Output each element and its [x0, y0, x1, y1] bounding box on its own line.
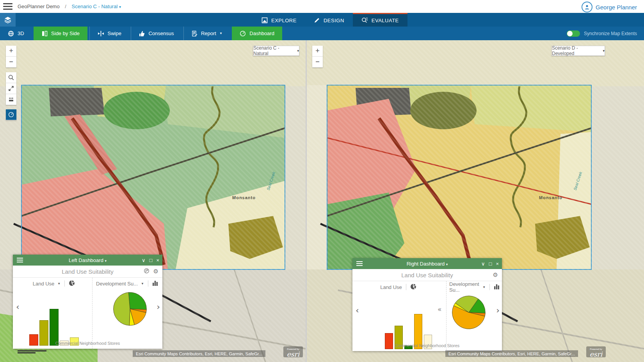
place-label: Monsanto [232, 195, 256, 200]
sync-extents-toggle[interactable] [567, 30, 580, 37]
visibility-off-icon[interactable] [144, 268, 149, 275]
left-dashboard-title[interactable]: Left Dashboard [69, 257, 103, 263]
globe-3d-icon [8, 30, 14, 37]
dropdown-caret-icon[interactable]: ▼ [57, 282, 60, 285]
layers-icon[interactable] [0, 13, 16, 27]
panel-divider [92, 278, 93, 349]
tab-evaluate[interactable]: EVALUATE [353, 13, 407, 27]
close-icon[interactable]: × [496, 261, 499, 267]
dashboard-tool-icon[interactable] [6, 109, 16, 120]
map-area: Monsanto Seal Creek + − Sce [0, 40, 644, 362]
chart2-selector-row: Development Su... ▼ [449, 283, 500, 291]
chart2-selector[interactable]: Development Su... [96, 281, 138, 287]
dashboard-subtitle: Land Use Suitability [62, 268, 114, 275]
caret-down-icon: ▾ [603, 49, 605, 53]
dashboard-tool [6, 109, 16, 120]
side-by-side-button[interactable]: Side by Side [34, 27, 87, 40]
search-icon[interactable] [6, 72, 16, 83]
zoom-controls: + − [312, 46, 323, 68]
scenario-breadcrumb-link[interactable]: Scenario C - Natural ▾ [72, 4, 121, 9]
chart1-selector[interactable]: Land Use [380, 284, 402, 290]
carousel-right-icon[interactable]: › [157, 302, 160, 312]
sync-extents-label: Synchronize Map Extents [584, 31, 637, 36]
caret-down-icon: ▾ [105, 259, 107, 263]
esri-logo: Powered by esri [283, 346, 303, 357]
dropdown-caret-icon[interactable]: ▼ [141, 282, 144, 285]
extent-expand-icon[interactable] [6, 83, 16, 94]
maximize-icon[interactable]: □ [489, 261, 492, 267]
dashboard-subtitle: Land Use Suitability [401, 272, 453, 278]
explore-icon [262, 17, 268, 23]
development-pie-chart [112, 291, 148, 327]
mode-tabs: EXPLORE DESIGN EVALUATE [253, 13, 407, 27]
dashboard-gauge-icon [240, 30, 246, 37]
right-dashboard-header[interactable]: Right Dashboard ▾ ∨ □ × [352, 258, 502, 269]
gear-icon[interactable]: ⚙ [493, 271, 498, 278]
tab-design[interactable]: DESIGN [305, 13, 353, 27]
user-menu[interactable]: George Planner [582, 2, 637, 12]
dashboard-menu-icon[interactable] [17, 257, 23, 264]
consensus-hand-icon [139, 30, 145, 37]
3d-button[interactable]: 3D [0, 27, 32, 40]
zoom-in-button[interactable]: + [312, 46, 323, 57]
breadcrumb: GeoPlanner Demo / Scenario C - Natural ▾ [18, 4, 121, 9]
dropdown-caret-icon[interactable]: ▼ [482, 285, 486, 289]
panel-divider [446, 281, 447, 352]
collapse-panel-icon[interactable]: « [438, 305, 441, 313]
dashboard-footer-label: Commercial Neighborhood Stores [352, 343, 502, 348]
close-icon[interactable]: × [156, 257, 159, 263]
swipe-button[interactable]: Swipe [89, 27, 129, 40]
esri-logo: Powered by esri [586, 346, 606, 357]
carousel-left-icon[interactable]: ‹ [16, 302, 20, 312]
tab-explore[interactable]: EXPLORE [253, 13, 305, 27]
menu-icon[interactable] [3, 3, 12, 10]
bar-chart-icon[interactable] [152, 280, 158, 287]
development-pie-chart [451, 294, 487, 330]
globe-chart-icon[interactable] [69, 280, 75, 287]
evaluate-toolbar: 3D Side by Side Swipe Consensus Report ▼ [0, 27, 644, 40]
dashboard-menu-icon[interactable] [356, 260, 363, 267]
chart2-selector[interactable]: Development Su... [449, 281, 479, 293]
report-caret-icon: ▼ [219, 32, 222, 35]
report-button[interactable]: Report ▼ [183, 27, 230, 40]
side-by-side-icon [41, 30, 48, 37]
scale-bar [18, 350, 46, 353]
globe-chart-icon[interactable] [410, 284, 416, 291]
zoom-in-button[interactable]: + [6, 46, 16, 57]
left-dashboard-header[interactable]: Left Dashboard ▾ ∨ □ × [13, 255, 162, 266]
right-dashboard-title[interactable]: Right Dashboard [407, 261, 445, 267]
map-attribution: Esri Community Maps Contributors, Esri, … [133, 350, 265, 357]
consensus-button[interactable]: Consensus [131, 27, 181, 40]
measure-icon[interactable] [6, 94, 16, 105]
chart1-selector[interactable]: Land Use [33, 281, 55, 287]
zoom-controls: + − [6, 46, 16, 68]
chart1-selector-row: Land Use ▼ [21, 279, 87, 288]
zoom-out-button[interactable]: − [312, 57, 323, 68]
caret-down-icon: ▾ [446, 262, 448, 266]
gear-icon[interactable]: ⚙ [153, 268, 158, 275]
carousel-left-icon[interactable]: ‹ [356, 305, 359, 315]
chart1-selector-row: Land Use [364, 283, 432, 291]
report-document-icon [192, 30, 197, 37]
place-label: Monsanto [539, 195, 562, 200]
land-use-bar-chart [29, 309, 80, 346]
zoom-out-button[interactable]: − [6, 57, 16, 68]
map-attribution: Esri Community Maps Contributors, Esri, … [445, 350, 578, 357]
maximize-icon[interactable]: □ [149, 257, 153, 263]
right-map[interactable]: Monsanto Seal Creek + − Scenario D - Dev… [307, 40, 644, 362]
right-scenario-select[interactable]: Scenario D - Developed ▾ [551, 46, 605, 56]
collapse-icon[interactable]: ∨ [481, 261, 485, 267]
collapse-icon[interactable]: ∨ [142, 257, 146, 263]
caret-down-icon: ▾ [297, 49, 299, 53]
bar-chart-icon[interactable] [494, 284, 500, 291]
swipe-icon [98, 30, 104, 37]
top-bar: GeoPlanner Demo / Scenario C - Natural ▾… [0, 0, 644, 13]
left-scenario-select[interactable]: Scenario C - Natural ▾ [253, 46, 299, 56]
dashboard-button[interactable]: Dashboard [232, 27, 282, 40]
left-map[interactable]: Monsanto Seal Creek + − Sce [0, 40, 306, 362]
carousel-right-icon[interactable]: › [496, 305, 500, 315]
nav-bar: EXPLORE DESIGN EVALUATE [0, 13, 644, 27]
left-dashboard-panel: Left Dashboard ▾ ∨ □ × Land Use Suitabil… [13, 255, 162, 349]
map-tools [6, 72, 16, 105]
app-title: GeoPlanner Demo [18, 4, 60, 9]
